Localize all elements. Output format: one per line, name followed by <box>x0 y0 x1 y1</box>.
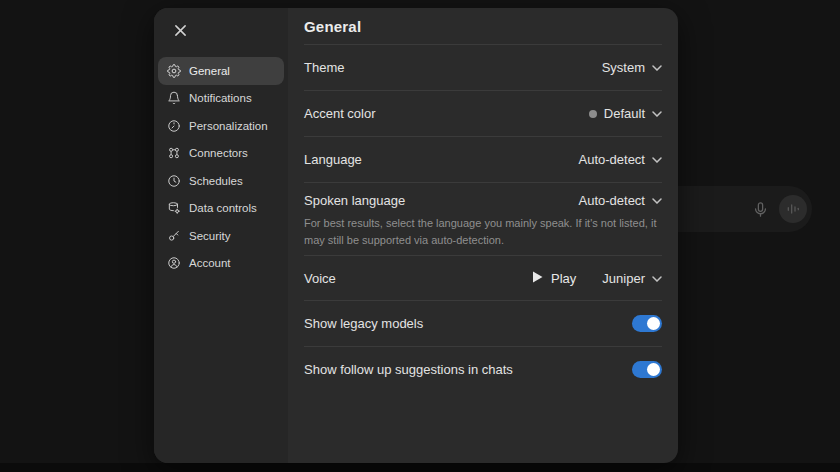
sidebar-item-security[interactable]: Security <box>158 222 284 250</box>
legacy-models-row: Show legacy models <box>304 300 662 346</box>
settings-dialog: General Notifications <box>154 8 678 463</box>
sidebar-item-label: Security <box>189 230 231 242</box>
voice-row: Voice Play Juniper <box>304 255 662 300</box>
sidebar-item-label: Notifications <box>189 92 252 104</box>
spoken-language-row: Spoken language Auto-detect For best res… <box>304 182 662 255</box>
settings-panel: General Theme System Accent color Defaul… <box>288 8 678 463</box>
legacy-models-label: Show legacy models <box>304 316 423 331</box>
language-row: Language Auto-detect <box>304 136 662 182</box>
sidebar-item-data-controls[interactable]: Data controls <box>158 195 284 223</box>
theme-row: Theme System <box>304 44 662 90</box>
sidebar-item-label: Data controls <box>189 202 257 214</box>
key-icon <box>166 228 181 243</box>
chevron-down-icon <box>652 64 662 71</box>
followup-suggestions-toggle[interactable] <box>632 361 662 378</box>
user-icon <box>166 256 181 271</box>
toggle-knob <box>647 363 660 376</box>
theme-label: Theme <box>304 60 344 75</box>
sidebar-item-label: Personalization <box>189 120 268 132</box>
chevron-down-icon <box>652 156 662 163</box>
accent-color-select[interactable]: Default <box>589 106 662 121</box>
database-icon <box>166 201 181 216</box>
toggle-knob <box>647 317 660 330</box>
sidebar-item-account[interactable]: Account <box>158 250 284 278</box>
bottom-edge <box>0 463 840 472</box>
connectors-icon <box>166 146 181 161</box>
spoken-language-select[interactable]: Auto-detect <box>579 193 663 208</box>
language-label: Language <box>304 152 362 167</box>
followup-suggestions-label: Show follow up suggestions in chats <box>304 362 513 377</box>
dial-icon <box>166 118 181 133</box>
chevron-down-icon <box>652 275 662 282</box>
voice-select[interactable]: Juniper <box>602 271 662 286</box>
play-button[interactable]: Play <box>532 271 576 286</box>
sidebar-item-label: Connectors <box>189 147 248 159</box>
play-icon <box>532 271 543 286</box>
sidebar-item-personalization[interactable]: Personalization <box>158 112 284 140</box>
audio-wave-icon[interactable] <box>779 195 807 223</box>
sidebar-nav: General Notifications <box>158 57 284 277</box>
accent-color-label: Accent color <box>304 106 376 121</box>
clock-icon <box>166 173 181 188</box>
sidebar-item-connectors[interactable]: Connectors <box>158 140 284 168</box>
legacy-models-toggle[interactable] <box>632 315 662 332</box>
chevron-down-icon <box>652 197 662 204</box>
mic-icon[interactable] <box>752 201 769 218</box>
voice-label: Voice <box>304 271 336 286</box>
sidebar-item-label: Schedules <box>189 175 243 187</box>
sidebar-item-schedules[interactable]: Schedules <box>158 167 284 195</box>
accent-color-dot <box>589 110 597 118</box>
accent-color-row: Accent color Default <box>304 90 662 136</box>
sidebar-item-notifications[interactable]: Notifications <box>158 85 284 113</box>
sidebar-item-label: Account <box>189 257 231 269</box>
chevron-down-icon <box>652 110 662 117</box>
spoken-language-help-text: For best results, select the language yo… <box>304 215 660 249</box>
settings-sidebar: General Notifications <box>154 8 288 463</box>
sidebar-item-label: General <box>189 65 230 77</box>
close-icon <box>174 24 187 40</box>
close-button[interactable] <box>168 20 192 44</box>
sidebar-item-general[interactable]: General <box>158 57 284 85</box>
theme-select[interactable]: System <box>602 60 662 75</box>
gear-icon <box>166 63 181 78</box>
bell-icon <box>166 91 181 106</box>
spoken-language-label: Spoken language <box>304 193 405 208</box>
language-select[interactable]: Auto-detect <box>579 152 663 167</box>
page-title: General <box>304 8 662 44</box>
followup-suggestions-row: Show follow up suggestions in chats <box>304 346 662 392</box>
